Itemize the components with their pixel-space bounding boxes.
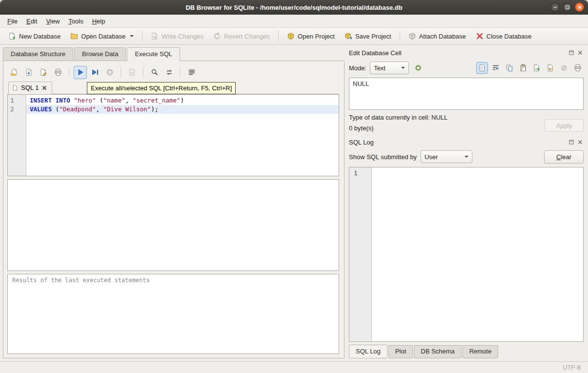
find-icon	[151, 68, 159, 76]
sql-toolbar	[7, 64, 339, 81]
sql-token: "hero"	[74, 97, 96, 104]
find-button[interactable]	[148, 66, 161, 79]
save-project-button[interactable]: Save Project	[340, 30, 396, 42]
log-filter-combobox[interactable]: User	[421, 150, 472, 163]
sql-toolbar-separator	[180, 67, 181, 77]
menu-help[interactable]: Help	[88, 16, 110, 26]
sql-file-tab[interactable]: SQL 1	[8, 82, 52, 94]
sql-token: (	[96, 97, 103, 104]
toolbar-separator	[400, 31, 400, 41]
dock-tab-plot[interactable]: Plot	[388, 345, 413, 358]
query-results-grid[interactable]	[7, 179, 339, 271]
dock-close-icon	[577, 50, 583, 56]
maximize-button[interactable]	[563, 2, 572, 12]
sql-token: )	[181, 97, 184, 104]
sql-token: ,	[96, 105, 103, 113]
dock-tab-sql-log[interactable]: SQL Log	[349, 345, 387, 358]
save-sql-file-button[interactable]	[22, 66, 35, 79]
text-mode-icon	[478, 64, 486, 72]
dock-tab-db-schema[interactable]: DB Schema	[414, 345, 461, 358]
toolbar-separator	[278, 31, 279, 41]
execute-line-icon	[91, 68, 99, 76]
text-mode-button[interactable]	[476, 62, 488, 74]
tab-browse-data[interactable]: Browse Data	[74, 47, 126, 61]
log-filter-label: Show SQL submitted by	[349, 153, 417, 161]
auto-switch-mode-button[interactable]	[412, 62, 424, 74]
export-cell-button[interactable]	[531, 62, 543, 74]
cell-icon-group	[476, 62, 584, 74]
menu-file[interactable]: File	[3, 16, 22, 26]
open-sql-file-button[interactable]	[7, 66, 20, 79]
print-sql-button[interactable]	[51, 66, 64, 79]
open-database-label: Open Database	[81, 33, 125, 40]
open-database-button[interactable]: Open Database	[66, 30, 138, 42]
mode-combobox[interactable]: Text	[370, 62, 409, 74]
export-cell-icon	[533, 64, 541, 72]
menu-tools[interactable]: Tools	[64, 16, 87, 26]
save-sql-as-button[interactable]	[37, 66, 50, 79]
dock-tabbar: SQL Log Plot DB Schema Remote	[349, 345, 584, 358]
window-controls	[550, 2, 584, 12]
float-icon	[568, 50, 574, 56]
revert-changes-icon	[213, 32, 221, 40]
new-database-button[interactable]: New Database	[4, 30, 65, 42]
close-dock-button[interactable]	[576, 139, 584, 146]
open-database-dropdown-arrow-icon[interactable]	[130, 35, 134, 37]
titlebar: DB Browser for SQLite - /home/user/code/…	[0, 0, 588, 15]
results-placeholder: Results of the last executed statements	[12, 277, 150, 284]
menu-view[interactable]: View	[41, 16, 64, 26]
sql-token: "secret_name"	[133, 97, 181, 104]
execute-line-button[interactable]	[88, 66, 101, 79]
cell-editor[interactable]: NULL	[349, 78, 584, 110]
chevron-down-icon	[465, 156, 468, 158]
app-window: DB Browser for SQLite - /home/user/code/…	[0, 0, 588, 373]
chevron-down-icon	[401, 67, 405, 69]
tab-database-structure[interactable]: Database Structure	[3, 47, 73, 61]
results-message-area[interactable]: Results of the last executed statements	[7, 274, 339, 354]
sql-log-filter-row: Show SQL submitted by User Clear	[349, 148, 584, 165]
attach-database-icon	[408, 32, 416, 40]
open-project-button[interactable]: Open Project	[283, 30, 339, 42]
attach-database-button[interactable]: Attach Database	[404, 30, 470, 42]
close-database-button[interactable]: Close Database	[471, 30, 536, 42]
replace-button[interactable]	[162, 66, 176, 79]
window-title: DB Browser for SQLite - /home/user/code/…	[0, 4, 588, 11]
copy-cell-button[interactable]	[504, 62, 515, 74]
float-dock-button[interactable]	[568, 139, 575, 146]
word-wrap-button[interactable]	[490, 62, 502, 74]
execute-all-button[interactable]	[74, 66, 87, 79]
encoding-indicator[interactable]: UTF-8	[563, 364, 581, 371]
tab-execute-sql[interactable]: Execute SQL	[127, 47, 180, 61]
new-database-label: New Database	[19, 33, 61, 40]
statusbar: UTF-8	[0, 361, 588, 373]
set-null-button[interactable]	[558, 62, 570, 74]
sql-code-editor[interactable]: 1 2 INSERT INTO "hero" ("name", "secret_…	[7, 94, 339, 176]
menu-edit[interactable]: Edit	[22, 16, 41, 26]
sql-token: "Dive Wilson"	[103, 105, 151, 113]
sql-log-area[interactable]: 1	[349, 167, 584, 342]
clear-log-button[interactable]: Clear	[544, 150, 584, 164]
import-cell-icon	[547, 64, 554, 72]
float-dock-button[interactable]	[568, 49, 575, 57]
sql-token: );	[151, 105, 158, 113]
execute-all-icon	[77, 68, 84, 76]
copy-cell-icon	[506, 64, 513, 72]
close-dock-button[interactable]	[576, 49, 584, 57]
sql-token: (	[52, 105, 59, 113]
paste-cell-button[interactable]	[517, 62, 529, 74]
minimize-button[interactable]	[550, 2, 560, 12]
cell-content: NULL	[353, 80, 369, 87]
save-sql-file-icon	[25, 68, 33, 76]
cell-info-text: Type of data currently in cell: NULL 0 b…	[349, 114, 545, 132]
close-tab-icon[interactable]	[41, 85, 47, 91]
format-sql-button[interactable]	[185, 66, 198, 79]
print-cell-button[interactable]	[572, 62, 584, 74]
sql-token: "Deadpond"	[59, 105, 96, 113]
paste-cell-icon	[519, 64, 527, 72]
dock-tab-remote[interactable]: Remote	[463, 345, 499, 358]
sql-toolbar-separator	[69, 67, 69, 77]
import-cell-button[interactable]	[545, 62, 556, 74]
open-project-icon	[287, 32, 295, 40]
main-tabbar: Database Structure Browse Data Execute S…	[3, 47, 345, 61]
close-button[interactable]	[575, 2, 584, 12]
